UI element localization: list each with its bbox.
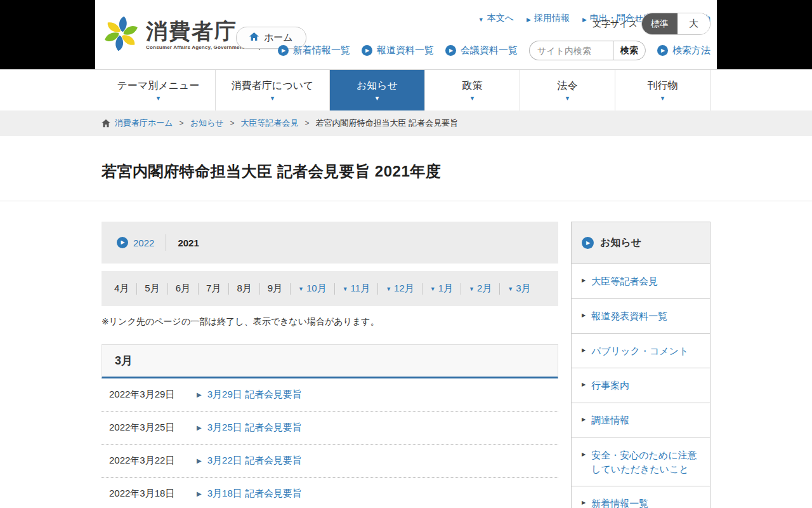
triangle-down-icon: ▼ bbox=[343, 286, 348, 292]
search-input[interactable] bbox=[529, 41, 613, 60]
text-size-toggle: 標準 大 bbox=[641, 13, 710, 35]
triangle-right-icon: ▶ bbox=[582, 347, 586, 358]
month-item: ▼ 7月 bbox=[206, 283, 221, 295]
divider bbox=[499, 283, 500, 295]
sidebar-item[interactable]: ▶ 新着情報一覧 bbox=[572, 486, 710, 508]
triangle-icon bbox=[582, 13, 587, 23]
list-item: 2022年3月29日 ▶ 3月29日 記者会見要旨 bbox=[102, 378, 558, 411]
chevron-down-icon: ▼ bbox=[565, 96, 570, 102]
utility-link[interactable]: 採用情報 bbox=[527, 13, 570, 24]
entry-date: 2022年3月29日 bbox=[109, 389, 193, 401]
triangle-down-icon: ▼ bbox=[508, 286, 513, 292]
breadcrumb-item[interactable]: 消費者庁ホーム bbox=[115, 117, 173, 129]
month-item: ▼ 6月 bbox=[176, 283, 190, 295]
triangle-right-icon: ▶ bbox=[582, 277, 586, 288]
entry-date: 2022年3月18日 bbox=[109, 488, 193, 500]
month-item[interactable]: ▼ 2月 bbox=[469, 283, 492, 295]
list-item: 2022年3月18日 ▶ 3月18日 記者会見要旨 bbox=[102, 478, 558, 508]
divider bbox=[290, 283, 291, 295]
main-column: 2022 2021 ▼ 4月 ▼ 5月 ▼ 6月 bbox=[102, 222, 558, 508]
nav-item[interactable]: 刊行物 ▼ bbox=[615, 70, 710, 110]
chevron-down-icon: ▼ bbox=[155, 96, 161, 102]
month-item[interactable]: ▼ 11月 bbox=[343, 283, 370, 295]
search-button[interactable]: 検索 bbox=[613, 41, 646, 60]
sidebar: お知らせ ▶ 大臣等記者会見 ▶ 報道発表資料一覧 ▶ パブリック・コメント bbox=[571, 222, 710, 508]
search-method-link[interactable]: 検索方法 bbox=[657, 44, 710, 57]
triangle-down-icon: ▼ bbox=[469, 286, 475, 292]
sidebar-item[interactable]: ▶ 報道発表資料一覧 bbox=[572, 299, 710, 334]
home-icon bbox=[102, 119, 110, 128]
sidebar-item[interactable]: ▶ 大臣等記者会見 bbox=[572, 264, 710, 299]
circle-arrow-icon bbox=[445, 45, 456, 56]
triangle-right-icon: ▶ bbox=[582, 417, 586, 427]
triangle-right-icon: ▶ bbox=[582, 382, 586, 392]
disclaimer-note: ※リンク先のページの一部は終了し、表示できない場合があります。 bbox=[102, 316, 558, 328]
month-item[interactable]: ▼ 3月 bbox=[508, 283, 530, 295]
quick-links-row: 新着情報一覧 報道資料一覧 会議資料一覧 検索 bbox=[278, 41, 710, 60]
chevron-down-icon: ▼ bbox=[374, 96, 380, 102]
title-section: 若宮内閣府特命担当大臣 記者会見要旨 2021年度 bbox=[0, 136, 812, 201]
nav-item[interactable]: 政策 ▼ bbox=[425, 70, 520, 110]
month-section-heading: 3月 bbox=[102, 344, 558, 378]
nav-item[interactable]: テーマ別メニュー ▼ bbox=[102, 70, 216, 110]
press-conference-list: 2022年3月29日 ▶ 3月29日 記者会見要旨 2022年3月25日 ▶ 3… bbox=[102, 378, 558, 508]
text-size-standard-button[interactable]: 標準 bbox=[642, 13, 678, 34]
triangle-right-icon: ▶ bbox=[197, 424, 202, 431]
utility-link[interactable]: 本文へ bbox=[478, 13, 514, 24]
text-size-label: 文字サイズ bbox=[593, 18, 638, 30]
sidebar-title: お知らせ bbox=[600, 236, 641, 250]
sidebar-item[interactable]: ▶ 安全・安心のために注意していただきたいこと bbox=[572, 438, 710, 487]
triangle-down-icon: ▼ bbox=[298, 286, 304, 292]
month-item[interactable]: ▼ 12月 bbox=[386, 283, 414, 295]
circle-arrow-icon bbox=[117, 237, 128, 248]
triangle-right-icon: ▶ bbox=[197, 490, 202, 497]
text-size-large-button[interactable]: 大 bbox=[678, 13, 710, 34]
month-item: ▼ 4月 bbox=[114, 283, 129, 295]
divider bbox=[259, 283, 260, 295]
entry-link[interactable]: 3月22日 記者会見要旨 bbox=[207, 455, 302, 467]
list-item: 2022年3月22日 ▶ 3月22日 記者会見要旨 bbox=[102, 444, 558, 478]
header: 消費者庁 Consumer Affairs Agency, Government… bbox=[95, 0, 717, 69]
breadcrumb-item[interactable]: お知らせ bbox=[173, 117, 224, 129]
breadcrumb-item[interactable]: 大臣等記者会見 bbox=[224, 117, 299, 129]
year-current: 2021 bbox=[178, 237, 199, 248]
circle-arrow-icon bbox=[278, 45, 289, 56]
triangle-icon bbox=[478, 13, 484, 23]
pinwheel-logo-icon bbox=[103, 15, 140, 55]
divider bbox=[334, 283, 335, 295]
entry-link[interactable]: 3月18日 記者会見要旨 bbox=[207, 488, 302, 500]
sidebar-item[interactable]: ▶ 行事案内 bbox=[572, 368, 710, 403]
divider bbox=[167, 283, 168, 295]
circle-arrow-icon bbox=[362, 45, 372, 56]
circle-arrow-icon bbox=[582, 237, 594, 249]
month-item: ▼ 9月 bbox=[268, 283, 282, 295]
divider bbox=[198, 283, 199, 295]
divider bbox=[377, 283, 378, 295]
site-search: 検索 bbox=[529, 41, 646, 60]
quick-link[interactable]: 報道資料一覧 bbox=[362, 44, 434, 57]
entry-link[interactable]: 3月25日 記者会見要旨 bbox=[207, 422, 302, 434]
month-selector: ▼ 4月 ▼ 5月 ▼ 6月 ▼ 7月 bbox=[102, 271, 558, 306]
triangle-down-icon: ▼ bbox=[386, 286, 391, 292]
content: 2022 2021 ▼ 4月 ▼ 5月 ▼ 6月 bbox=[102, 201, 710, 508]
triangle-down-icon: ▼ bbox=[430, 286, 436, 292]
nav-item[interactable]: 消費者庁について ▼ bbox=[216, 70, 330, 110]
month-item[interactable]: ▼ 10月 bbox=[298, 283, 327, 295]
quick-link[interactable]: 会議資料一覧 bbox=[445, 44, 518, 57]
month-item[interactable]: ▼ 1月 bbox=[430, 283, 453, 295]
triangle-right-icon: ▶ bbox=[582, 451, 586, 476]
sidebar-item[interactable]: ▶ 調達情報 bbox=[572, 403, 710, 438]
nav-item[interactable]: 法令 ▼ bbox=[520, 70, 615, 110]
quick-link[interactable]: 新着情報一覧 bbox=[278, 44, 350, 57]
sidebar-header[interactable]: お知らせ bbox=[572, 222, 710, 264]
divider bbox=[422, 283, 422, 295]
entry-link[interactable]: 3月29日 記者会見要旨 bbox=[207, 389, 302, 401]
chevron-down-icon: ▼ bbox=[270, 96, 275, 102]
year-2022-link[interactable]: 2022 bbox=[117, 237, 154, 248]
entry-date: 2022年3月22日 bbox=[109, 455, 193, 467]
global-nav: テーマ別メニュー ▼ 消費者庁について ▼ お知らせ ▼ 政策 ▼ 法令 ▼ bbox=[0, 70, 812, 110]
breadcrumb-item[interactable]: 若宮内閣府特命担当大臣 記者会見要旨 bbox=[299, 117, 459, 129]
triangle-icon bbox=[527, 13, 531, 23]
sidebar-item[interactable]: ▶ パブリック・コメント bbox=[572, 334, 710, 369]
nav-item[interactable]: お知らせ ▼ bbox=[330, 70, 425, 110]
